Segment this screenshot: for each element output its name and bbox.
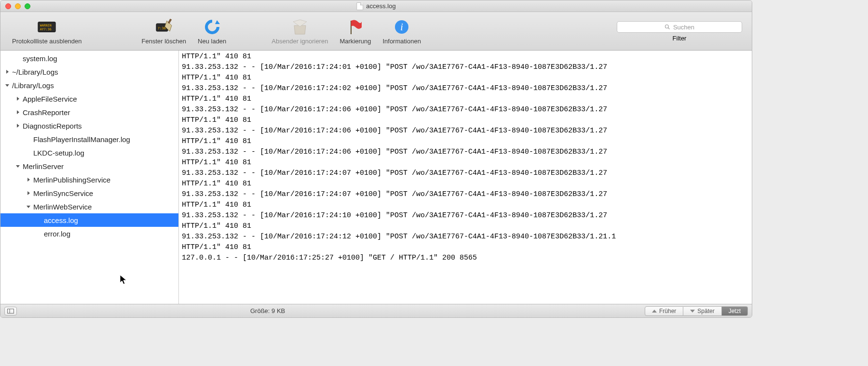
sidebar-item[interactable]: MerlinSyncService [0,186,178,200]
chevron-right-icon[interactable] [15,109,21,115]
window-title: access.log [356,2,395,10]
chevron-right-icon[interactable] [4,69,10,75]
sidebar[interactable]: system.log~/Library/Logs/Library/LogsApp… [0,51,179,304]
sidebar-item-label: MerlinWebService [33,203,92,211]
svg-text:i: i [400,22,403,32]
sidebar-item-label: MerlinServer [23,162,64,170]
svg-rect-11 [8,309,14,313]
sidebar-item[interactable]: FlashPlayerInstallManager.log [0,132,178,146]
chevron-right-icon[interactable] [15,123,21,129]
toggle-sidebar-button[interactable] [4,307,17,315]
sidebar-item-label: MerlinPublishingService [33,176,110,184]
svg-line-10 [668,28,669,29]
filter-label: Filter [673,35,687,42]
sidebar-item[interactable]: AppleFileService [0,92,178,105]
sidebar-item-label: AppleFileService [23,95,77,103]
minimize-window-button[interactable] [15,3,21,9]
sidebar-item-label: MerlinSyncService [33,189,93,197]
svg-point-9 [665,25,668,28]
sidebar-item[interactable]: LKDC-setup.log [0,146,178,159]
insert-marker-button[interactable]: Markierung [334,18,377,45]
sidebar-item[interactable]: error.log [0,227,178,240]
later-button[interactable]: Später [683,306,721,316]
time-navigation: Früher Später Jetzt [645,306,748,316]
search-icon [665,24,670,30]
hide-log-list-button[interactable]: WARNINAY7:36 Protokollliste ausblenden [6,18,88,45]
flag-icon [346,18,365,36]
broom-icon: 7:36 [154,18,174,36]
sidebar-item-label: access.log [44,216,78,224]
window-title-text: access.log [366,2,395,10]
clear-display-button[interactable]: 7:36 Fenster löschen [136,18,192,45]
sidebar-item[interactable]: MerlinWebService [0,200,178,213]
earlier-button[interactable]: Früher [645,306,683,316]
log-view[interactable]: HTTP/1.1" 410 81 91.33.253.132 - - [10/M… [179,51,752,304]
titlebar: access.log [0,0,752,12]
reload-icon [203,18,222,36]
toolbar: WARNINAY7:36 Protokollliste ausblenden 7… [0,12,752,51]
sidebar-item[interactable]: ~/Library/Logs [0,65,178,78]
info-icon: i [392,18,411,36]
chevron-down-icon[interactable] [15,163,21,169]
sidebar-item-label: FlashPlayerInstallManager.log [33,135,130,144]
ignore-sender-button: Absender ignorieren [266,18,334,45]
file-size-label: Größe: 9 KB [183,307,645,314]
inspector-button[interactable]: i Informationen [377,18,427,45]
close-window-button[interactable] [5,3,11,9]
sidebar-item-label: LKDC-setup.log [33,149,84,157]
sidebar-item-label: CrashReporter [23,108,70,117]
chevron-down-icon[interactable] [4,82,10,88]
svg-text:7:36: 7:36 [158,26,166,30]
sidebar-item-label: system.log [23,54,57,63]
sidebar-item[interactable]: access.log [0,213,178,227]
chevron-down-icon[interactable] [26,204,31,209]
sidebar-item-label: error.log [44,230,70,238]
sidebar-item[interactable]: CrashReporter [0,105,178,119]
sidebar-item[interactable]: /Library/Logs [0,78,178,92]
svg-rect-5 [168,19,172,24]
status-bar: Größe: 9 KB Früher Später Jetzt [0,304,752,317]
sidebar-item[interactable]: MerlinServer [0,159,178,173]
now-button[interactable]: Jetzt [722,306,748,316]
sidebar-item[interactable]: DiagnosticReports [0,119,178,132]
chevron-right-icon[interactable] [26,177,31,183]
file-icon [356,2,363,10]
reload-button[interactable]: Neu laden [192,18,232,45]
sidebar-item-label: DiagnosticReports [23,122,82,130]
sidebar-item-label: /Library/Logs [12,81,54,90]
chevron-right-icon[interactable] [15,96,21,102]
chevron-right-icon[interactable] [26,190,31,196]
zoom-window-button[interactable] [25,3,30,9]
sidebar-item[interactable]: MerlinPublishingService [0,173,178,186]
svg-text:AY7:36: AY7:36 [40,27,52,31]
search-input[interactable]: Suchen [617,21,742,33]
log-list-icon: WARNINAY7:36 [37,18,56,36]
trash-envelope-icon [290,18,310,36]
traffic-lights [5,3,30,9]
sidebar-item-label: ~/Library/Logs [12,68,58,76]
sidebar-item[interactable]: system.log [0,52,178,65]
content-area: system.log~/Library/Logs/Library/LogsApp… [0,51,752,304]
